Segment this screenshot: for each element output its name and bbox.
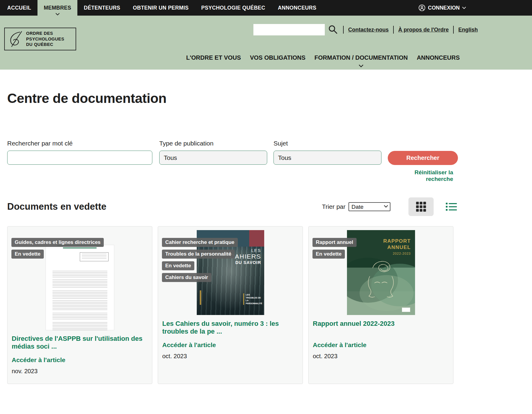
search-icon [328, 25, 338, 34]
search-input[interactable] [253, 24, 325, 35]
nav-vos-obligations[interactable]: VOS OBLIGATIONS [250, 54, 305, 61]
subject-select[interactable]: Tous [273, 151, 381, 165]
top-nav-label: OBTENIR UN PERMIS [133, 5, 189, 11]
access-article-link[interactable]: Accéder à l'article [162, 341, 298, 349]
top-nav-annonceurs[interactable]: ANNONCEURS [272, 0, 323, 16]
logo-text: Ordre des Psychologues du Québec [26, 31, 64, 48]
main-content: Centre de documentation Rechercher par m… [0, 91, 532, 384]
sort-controls: Trier par Date [322, 197, 458, 216]
top-bar: ACCUEIL MEMBRES DÉTENTEURS OBTENIR UN PE… [0, 0, 532, 16]
badge: En vedette [162, 261, 194, 270]
top-nav-obtenir-un-permis[interactable]: OBTENIR UN PERMIS [127, 0, 195, 16]
top-nav-label: MEMBRES [44, 5, 71, 11]
document-date: oct. 2023 [162, 353, 298, 360]
document-cover: RAPPORT ANNUEL 2022-2023 [347, 230, 415, 315]
divider [343, 26, 344, 34]
nav-lordre-et-vous[interactable]: L'ORDRE ET VOUS [186, 54, 241, 61]
top-nav-membres[interactable]: MEMBRES [37, 0, 78, 16]
badge: Cahier recherche et pratique [162, 238, 238, 247]
badge: En vedette [312, 250, 345, 259]
badge: Troubles de la personnalité [162, 250, 235, 259]
faces-line-art [352, 256, 410, 302]
top-nav-label: ANNONCEURS [278, 5, 316, 11]
document-card: Cahier recherche et pratique Troubles de… [158, 226, 303, 384]
user-icon [418, 4, 426, 11]
list-view-button[interactable] [444, 200, 458, 214]
contact-link[interactable]: Contactez-nous [348, 27, 389, 33]
featured-documents: Guides, cadres et lignes directrices En … [7, 226, 532, 384]
divider [393, 26, 394, 34]
nav-label: L'ORDRE ET VOUS [186, 54, 241, 61]
logo[interactable]: Ordre des Psychologues du Québec [4, 28, 76, 50]
header-band: Ordre des Psychologues du Québec Contact… [0, 16, 532, 70]
badge-list: Rapport annuel En vedette [312, 238, 357, 259]
results-header: Documents en vedette Trier par Date [7, 197, 458, 216]
cover-masthead: RAPPORT ANNUEL 2022-2023 [383, 238, 411, 255]
reset-search-link[interactable]: Réinitialiser la recherche [388, 169, 458, 182]
language-toggle-english[interactable]: English [458, 27, 478, 33]
badge-list: Guides, cadres et lignes directrices En … [11, 238, 104, 259]
access-article-link[interactable]: Accéder à l'article [12, 356, 148, 364]
publication-type-label: Type de publication [159, 140, 267, 147]
badge: Rapport annuel [312, 238, 357, 247]
top-nav-psychologie-quebec[interactable]: PSYCHOLOGIE QUÉBEC [195, 0, 272, 16]
chevron-down-icon [359, 64, 363, 67]
nav-label: VOS OBLIGATIONS [250, 54, 305, 61]
nav-label: FORMATION / DOCUMENTATION [315, 54, 408, 61]
badge-list: Cahier recherche et pratique Troubles de… [162, 238, 238, 282]
nav-annonceurs[interactable]: ANNONCEURS [417, 54, 460, 61]
connexion-button[interactable]: CONNEXION [418, 0, 468, 16]
keyword-label: Rechercher par mot clé [7, 140, 152, 147]
publication-type-select[interactable]: Tous [159, 151, 267, 165]
grid-view-button[interactable] [408, 197, 434, 216]
section-title: Documents en vedette [7, 201, 106, 212]
chevron-down-icon [55, 13, 60, 15]
document-title-link[interactable]: Les Cahiers du savoir, numéro 3 : les tr… [162, 320, 298, 337]
top-nav-detenteurs[interactable]: DÉTENTEURS [77, 0, 127, 16]
keyword-input[interactable] [7, 151, 152, 165]
about-link[interactable]: À propos de l'Ordre [398, 27, 449, 33]
top-nav-label: PSYCHOLOGIE QUÉBEC [201, 5, 265, 11]
search-button[interactable] [327, 24, 338, 35]
subject-label: Sujet [273, 140, 381, 147]
connexion-label: CONNEXION [428, 5, 460, 11]
page-title: Centre de documentation [7, 91, 532, 106]
cover-side-label: Les troubles de la personnalité [243, 293, 262, 305]
main-nav: L'ORDRE ET VOUS VOS OBLIGATIONS FORMATIO… [186, 54, 460, 61]
document-title-link[interactable]: Rapport annuel 2022-2023 [313, 320, 449, 337]
rechercher-button[interactable]: Rechercher [388, 151, 458, 165]
document-date: oct. 2023 [313, 353, 449, 360]
top-nav-label: ACCUEIL [7, 5, 31, 11]
sort-label: Trier par [322, 203, 345, 210]
document-date: nov. 2023 [12, 368, 148, 375]
sort-select[interactable]: Date [348, 202, 390, 211]
filter-bar: Rechercher par mot clé Type de publicati… [7, 140, 458, 182]
divider [453, 26, 454, 34]
logo-icon [8, 31, 23, 47]
document-card: Rapport annuel En vedette [308, 226, 453, 384]
page: ACCUEIL MEMBRES DÉTENTEURS OBTENIR UN PE… [0, 0, 532, 414]
top-nav-label: DÉTENTEURS [84, 5, 120, 11]
header-utility-links: Contactez-nous À propos de l'Ordre Engli… [343, 24, 478, 35]
nav-label: ANNONCEURS [417, 54, 460, 61]
document-thumbnail: RAPPORT ANNUEL 2022-2023 [347, 230, 415, 315]
badge: En vedette [11, 250, 44, 259]
cover-red-square [249, 230, 264, 247]
badge: Guides, cadres et lignes directrices [11, 238, 104, 247]
list-view-icon [445, 202, 457, 212]
grid-view-icon [416, 201, 426, 212]
access-article-link[interactable]: Accéder à l'article [313, 341, 449, 349]
cover-logo-box [402, 308, 410, 312]
cover-gold-strip [200, 290, 201, 305]
top-nav-accueil[interactable]: ACCUEIL [1, 0, 37, 16]
document-title-link[interactable]: Directives de l'ASPPB sur l'utilisation … [12, 335, 148, 352]
chevron-down-icon [462, 7, 466, 9]
document-card: Guides, cadres et lignes directrices En … [7, 226, 152, 384]
badge: Cahiers du savoir [162, 273, 211, 282]
nav-formation-documentation[interactable]: FORMATION / DOCUMENTATION [315, 54, 408, 61]
